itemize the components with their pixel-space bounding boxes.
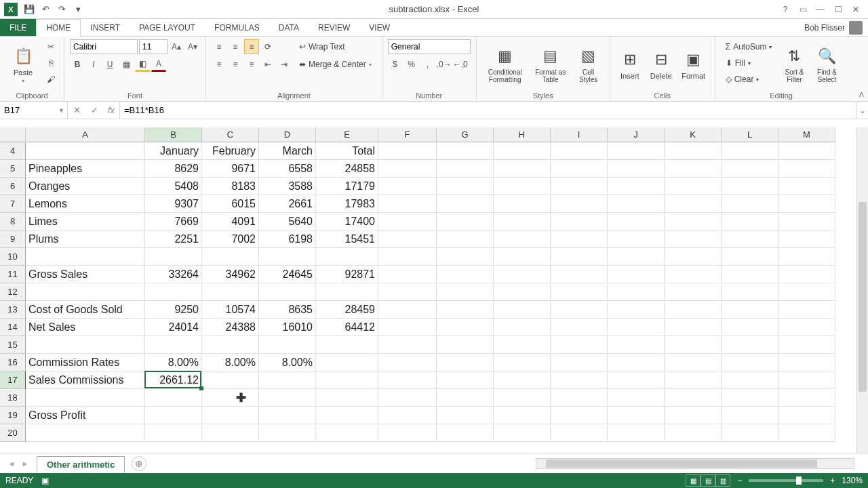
cell-D10[interactable] [259,248,316,266]
row-header-8[interactable]: 8 [0,213,26,230]
normal-view-icon[interactable]: ▦ [686,474,701,487]
cell-F11[interactable] [378,266,437,283]
wrap-text-button[interactable]: ↩Wrap Text [294,39,376,54]
cell-B8[interactable]: 7669 [145,213,202,230]
sheet-nav-first-icon[interactable]: ◄ [5,458,18,470]
cell-C14[interactable]: 24388 [202,319,259,336]
cell-F4[interactable] [378,142,437,160]
align-middle-icon[interactable]: ≡ [228,39,243,54]
cell-styles-button[interactable]: ▧Cell Styles [573,39,604,89]
align-top-icon[interactable]: ≡ [212,39,226,54]
cell-K17[interactable] [665,371,722,389]
cell-C6[interactable]: 8183 [202,178,259,195]
copy-icon[interactable]: ⎘ [43,56,58,70]
cell-K9[interactable] [665,230,722,248]
cell-J15[interactable] [608,336,665,354]
cell-H12[interactable] [494,283,551,301]
cell-J8[interactable] [608,213,665,230]
cell-M17[interactable] [778,371,835,389]
cell-J10[interactable] [608,248,665,266]
cell-K16[interactable] [665,354,722,371]
cell-K4[interactable] [665,142,722,160]
column-header-A[interactable]: A [26,127,145,142]
cell-G6[interactable] [437,178,494,195]
cell-F9[interactable] [378,230,437,248]
increase-font-icon[interactable]: A▴ [169,39,184,54]
row-header-7[interactable]: 7 [0,195,26,213]
cell-G11[interactable] [437,266,494,283]
row-header-6[interactable]: 6 [0,178,26,195]
cell-D8[interactable]: 5640 [259,213,316,230]
cell-E11[interactable]: 92871 [316,266,378,283]
cell-F5[interactable] [378,160,437,178]
cell-M8[interactable] [778,213,835,230]
cell-M10[interactable] [778,248,835,266]
cell-E4[interactable]: Total [316,142,378,160]
cell-J16[interactable] [608,354,665,371]
cell-I17[interactable] [551,371,608,389]
cell-B20[interactable] [145,424,202,442]
cell-I5[interactable] [551,160,608,178]
cell-B19[interactable] [145,407,202,424]
cell-B13[interactable]: 9250 [145,301,202,319]
cell-G19[interactable] [437,407,494,424]
cell-C4[interactable]: February [202,142,259,160]
cell-A8[interactable]: Limes [26,213,145,230]
column-header-C[interactable]: C [202,127,259,142]
zoom-in-icon[interactable]: + [830,476,835,485]
cell-M13[interactable] [778,301,835,319]
cell-H11[interactable] [494,266,551,283]
cell-D5[interactable]: 6558 [259,160,316,178]
cell-K7[interactable] [665,195,722,213]
font-color-icon[interactable]: A [151,57,166,72]
decrease-decimal-icon[interactable]: ←.0 [453,57,468,72]
cell-C11[interactable]: 34962 [202,266,259,283]
comma-icon[interactable]: , [420,57,435,72]
row-header-10[interactable]: 10 [0,248,26,266]
cell-E19[interactable] [316,407,378,424]
cell-F15[interactable] [378,336,437,354]
cell-H4[interactable] [494,142,551,160]
column-header-K[interactable]: K [665,127,722,142]
cell-H16[interactable] [494,354,551,371]
cell-E5[interactable]: 24858 [316,160,378,178]
cell-A12[interactable] [26,283,145,301]
cell-I10[interactable] [551,248,608,266]
row-header-11[interactable]: 11 [0,266,26,283]
clear-button[interactable]: ◇Clear▾ [721,72,777,87]
cell-G10[interactable] [437,248,494,266]
cell-B14[interactable]: 24014 [145,319,202,336]
cell-K15[interactable] [665,336,722,354]
ribbon-display-icon[interactable]: ▭ [795,3,811,16]
maximize-icon[interactable]: ☐ [830,3,846,16]
cell-H19[interactable] [494,407,551,424]
cell-E7[interactable]: 17983 [316,195,378,213]
cell-D7[interactable]: 2661 [259,195,316,213]
tab-home[interactable]: HOME [36,19,81,37]
tab-view[interactable]: VIEW [359,19,399,36]
cell-C16[interactable]: 8.00% [202,354,259,371]
cell-H9[interactable] [494,230,551,248]
redo-icon[interactable]: ↷ [54,2,69,17]
cut-icon[interactable]: ✂ [43,39,58,54]
cell-J12[interactable] [608,283,665,301]
cell-H15[interactable] [494,336,551,354]
cell-L7[interactable] [722,195,778,213]
row-header-4[interactable]: 4 [0,142,26,160]
vertical-scrollbar[interactable] [856,127,868,453]
fill-handle[interactable] [199,386,203,390]
cell-K11[interactable] [665,266,722,283]
cell-G4[interactable] [437,142,494,160]
cell-E6[interactable]: 17179 [316,178,378,195]
zoom-level[interactable]: 130% [842,476,863,485]
cell-J9[interactable] [608,230,665,248]
cell-M11[interactable] [778,266,835,283]
cell-C20[interactable] [202,424,259,442]
cell-K20[interactable] [665,424,722,442]
cell-J11[interactable] [608,266,665,283]
cell-F13[interactable] [378,301,437,319]
orientation-icon[interactable]: ⟳ [260,39,275,54]
tab-insert[interactable]: INSERT [81,19,130,36]
cell-H8[interactable] [494,213,551,230]
cell-A16[interactable]: Commission Rates [26,354,145,371]
